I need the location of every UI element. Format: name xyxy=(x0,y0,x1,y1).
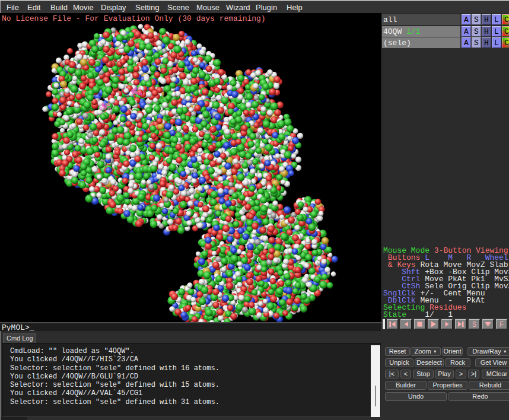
svg-text:S: S xyxy=(472,321,476,329)
svg-text:F: F xyxy=(500,321,504,329)
